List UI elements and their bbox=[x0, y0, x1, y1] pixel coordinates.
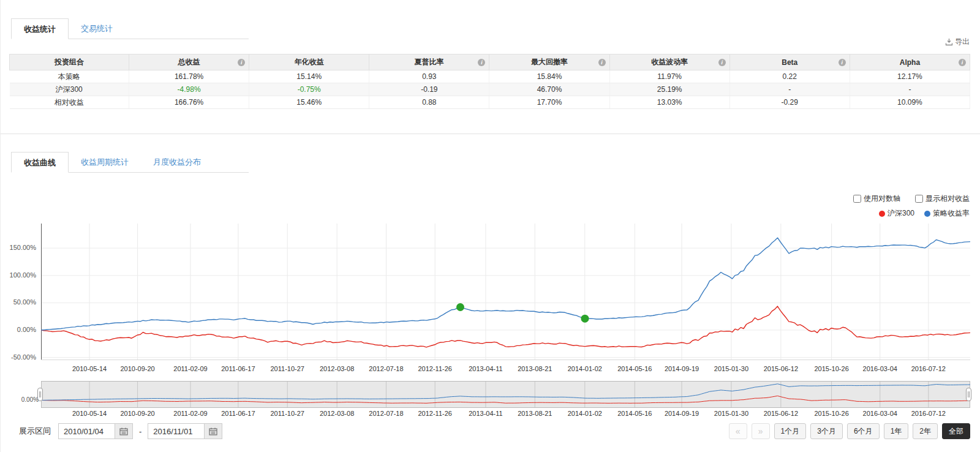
checkbox[interactable] bbox=[853, 195, 861, 203]
table-cell: 15.84% bbox=[489, 70, 609, 83]
calendar-icon bbox=[209, 428, 217, 435]
x-tick-label: 2011-06-17 bbox=[212, 410, 265, 417]
table-row: 本策略161.78%15.14%0.9315.84%11.97%0.2212.1… bbox=[10, 70, 970, 83]
info-icon[interactable]: i bbox=[478, 59, 485, 66]
y-tick-label: 100.00% bbox=[1, 271, 36, 279]
table-cell: - bbox=[729, 83, 850, 96]
pager-prev-button[interactable]: « bbox=[729, 423, 747, 439]
tab-chart-月度收益分布[interactable]: 月度收益分布 bbox=[141, 152, 213, 173]
range-button-1个月[interactable]: 1个月 bbox=[774, 423, 807, 439]
checkbox[interactable] bbox=[915, 195, 923, 203]
range-button-3个月[interactable]: 3个月 bbox=[810, 423, 843, 439]
x-tick-label: 2013-08-21 bbox=[508, 365, 561, 372]
table-cell: 15.14% bbox=[249, 70, 369, 83]
series-line-策略收益率[interactable] bbox=[41, 238, 970, 330]
legend-item-沪深300[interactable]: 沪深300 bbox=[879, 208, 914, 219]
table-cell: 161.78% bbox=[129, 70, 249, 83]
x-tick-label: 2010-09-20 bbox=[111, 410, 164, 417]
info-icon[interactable]: i bbox=[238, 59, 245, 66]
column-header: Betai bbox=[729, 55, 850, 70]
legend-item-策略收益率[interactable]: 策略收益率 bbox=[924, 208, 970, 219]
column-header: 投资组合 bbox=[10, 55, 129, 70]
navigator-zero-label: 0.00% bbox=[10, 396, 39, 403]
table-cell: 11.97% bbox=[609, 70, 729, 83]
info-icon[interactable]: i bbox=[959, 59, 966, 66]
legend-dot-icon bbox=[879, 211, 885, 217]
performance-stats-table: 投资组合总收益i年化收益夏普比率i最大回撤率i收益波动率iBetaiAlphai… bbox=[9, 54, 970, 109]
stats-tabbar: 收益统计交易统计 bbox=[11, 18, 249, 39]
chart-legend: 沪深300策略收益率 bbox=[879, 208, 970, 219]
table-cell: 17.70% bbox=[489, 96, 609, 109]
table-cell: 13.03% bbox=[609, 96, 729, 109]
legend-label: 策略收益率 bbox=[933, 208, 970, 219]
returns-line-chart[interactable] bbox=[41, 224, 970, 360]
calendar-icon bbox=[119, 428, 128, 435]
x-tick-label: 2012-07-18 bbox=[360, 365, 412, 372]
table-cell: 沪深300 bbox=[10, 83, 129, 96]
info-icon[interactable]: i bbox=[839, 59, 846, 66]
info-icon[interactable]: i bbox=[598, 59, 606, 66]
y-tick-label: 50.00% bbox=[1, 298, 36, 306]
table-row: 相对收益166.76%15.46%0.8817.70%13.03%-0.2910… bbox=[10, 96, 970, 109]
column-header: Alphai bbox=[850, 55, 970, 70]
x-tick-label: 2015-10-26 bbox=[805, 365, 858, 372]
trade-marker[interactable] bbox=[581, 315, 589, 323]
tab-stats-交易统计[interactable]: 交易统计 bbox=[69, 18, 125, 39]
export-label: 导出 bbox=[955, 37, 970, 47]
end-date-input[interactable] bbox=[148, 423, 204, 439]
range-button-1年[interactable]: 1年 bbox=[884, 423, 909, 439]
table-cell: 0.93 bbox=[369, 70, 489, 83]
tab-stats-收益统计[interactable]: 收益统计 bbox=[11, 18, 69, 39]
x-tick-label: 2015-01-30 bbox=[705, 410, 758, 417]
x-tick-label: 2014-09-19 bbox=[655, 365, 708, 372]
table-cell: 相对收益 bbox=[10, 96, 129, 109]
column-header: 最大回撤率i bbox=[489, 55, 609, 70]
tab-chart-收益周期统计[interactable]: 收益周期统计 bbox=[69, 152, 141, 173]
pager-next-button[interactable]: » bbox=[752, 423, 770, 439]
column-header: 夏普比率i bbox=[369, 55, 489, 70]
table-cell: 46.70% bbox=[489, 83, 609, 96]
x-tick-label: 2013-08-21 bbox=[508, 410, 561, 417]
tab-chart-收益曲线[interactable]: 收益曲线 bbox=[11, 152, 69, 173]
option-显示相对收益[interactable]: 显示相对收益 bbox=[915, 194, 970, 204]
start-date-calendar-button[interactable] bbox=[115, 423, 133, 439]
trade-marker[interactable] bbox=[456, 303, 464, 311]
date-range-separator: - bbox=[139, 427, 141, 436]
section-divider bbox=[1, 134, 980, 134]
info-icon[interactable]: i bbox=[718, 59, 726, 66]
x-tick-label: 2013-04-11 bbox=[459, 365, 512, 372]
table-cell: 25.19% bbox=[609, 83, 729, 96]
export-button[interactable]: 导出 bbox=[945, 37, 970, 47]
backtest-report-page: 收益统计交易统计 导出 投资组合总收益i年化收益夏普比率i最大回撤率i收益波动率… bbox=[0, 0, 980, 452]
series-line-沪深300[interactable] bbox=[41, 306, 970, 347]
navigator-right-handle[interactable] bbox=[966, 388, 971, 401]
option-使用对数轴[interactable]: 使用对数轴 bbox=[853, 194, 900, 204]
x-tick-label: 2014-01-02 bbox=[559, 365, 611, 372]
table-cell: -0.19 bbox=[369, 83, 489, 96]
table-cell: 本策略 bbox=[10, 70, 129, 83]
table-cell: 15.46% bbox=[249, 96, 369, 109]
y-tick-label: -50.00% bbox=[1, 353, 36, 361]
x-tick-label: 2011-02-09 bbox=[164, 365, 217, 372]
x-tick-label: 2010-05-14 bbox=[63, 410, 116, 417]
table-cell: 166.76% bbox=[129, 96, 249, 109]
x-tick-label: 2015-10-26 bbox=[805, 410, 858, 417]
y-tick-label: 150.00% bbox=[1, 244, 36, 251]
x-tick-label: 2011-02-09 bbox=[164, 410, 217, 417]
table-cell: -4.98% bbox=[129, 83, 249, 96]
column-header: 年化收益 bbox=[249, 55, 369, 70]
end-date-calendar-button[interactable] bbox=[204, 423, 222, 439]
range-buttons: «»1个月3个月6个月1年2年全部 bbox=[729, 423, 970, 439]
range-navigator[interactable] bbox=[41, 381, 970, 408]
y-tick-label: 0.00% bbox=[1, 326, 36, 333]
x-tick-label: 2012-03-08 bbox=[311, 410, 363, 417]
start-date-input[interactable] bbox=[58, 423, 115, 439]
range-button-6个月[interactable]: 6个月 bbox=[847, 423, 880, 439]
column-header: 收益波动率i bbox=[609, 55, 729, 70]
table-row: 沪深300-4.98%-0.75%-0.1946.70%25.19%-- bbox=[10, 83, 970, 96]
range-button-全部[interactable]: 全部 bbox=[942, 423, 970, 439]
range-button-2年[interactable]: 2年 bbox=[913, 423, 938, 439]
x-tick-label: 2015-06-12 bbox=[755, 410, 807, 417]
x-tick-label: 2015-01-30 bbox=[705, 365, 758, 372]
navigator-mask[interactable] bbox=[42, 382, 970, 408]
